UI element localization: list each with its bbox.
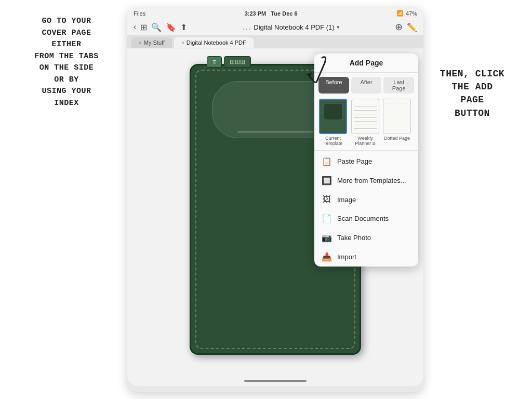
add-page-popup: Add Page Before After Last Page Current … [314,54,418,267]
menu-item-image[interactable]: 🖼 Image [314,190,418,209]
arrow-indicator [286,52,327,89]
popup-tab-after[interactable]: After [351,77,382,94]
scan-label: Scan Documents [337,215,389,222]
share-icon[interactable]: ⬆ [180,22,187,32]
popup-header: Add Page [314,54,418,73]
template-label-current: Current Template [318,136,348,146]
paste-icon: 📋 [322,156,332,166]
status-bar: Files 3:23 PM Tue Dec 6 📶 47% [127,8,423,19]
popup-divider-1 [314,150,418,151]
notebook-tab-lines[interactable]: ≡ [207,56,222,68]
add-page-button[interactable]: ⊕ [395,21,403,33]
search-icon[interactable]: 🔍 [151,22,162,32]
image-icon: 🖼 [322,195,332,204]
template-current[interactable]: Current Template [318,99,348,146]
import-icon: 📥 [322,252,332,262]
menu-item-templates[interactable]: 🔲 More from Templates... [314,171,418,190]
pencil-icon[interactable]: ✏️ [407,22,417,32]
image-label: Image [337,196,356,204]
templates-icon: 🔲 [322,176,332,185]
tabs-bar: × My Stuff × Digital Notebook 4 PDF [127,36,423,48]
home-bar [127,376,423,386]
document-title: Digital Notebook 4 PDF (1) [254,23,334,31]
notebook-tab-grid[interactable]: ⊞⊞⊞ [224,56,251,68]
files-link[interactable]: Files [134,10,145,17]
notebook-label-line [237,131,313,132]
tab-close-2[interactable]: × [181,40,184,46]
import-label: Import [337,253,356,261]
tab-close-1[interactable]: × [139,40,142,46]
home-indicator [244,380,307,382]
tab-notebook[interactable]: × Digital Notebook 4 PDF [174,37,254,48]
menu-item-paste[interactable]: 📋 Paste Page [314,152,418,171]
template-thumb-weekly [351,99,379,134]
menu-item-photo[interactable]: 📷 Take Photo [314,228,418,247]
template-dotted[interactable]: Dotted Page [383,99,411,146]
template-label-weekly: Weekly Planner B [351,136,380,146]
toolbar: ‹ ⊞ 🔍 🔖 ⬆ ... Digital Notebook 4 PDF (1)… [127,19,423,36]
back-button[interactable]: ‹ [134,22,136,32]
template-thumb-dotted [383,99,411,134]
photo-label: Take Photo [337,234,371,242]
camera-icon: 📷 [322,233,332,243]
templates-label: More from Templates... [337,177,406,184]
menu-item-scan[interactable]: 📄 Scan Documents [314,209,418,228]
left-instruction: GO TO YOUR COVER PAGE EITHER FROM THE TA… [9,16,124,109]
popup-templates: Current Template Weekly Planner B Dotted… [314,96,418,149]
template-thumb-current [319,99,347,134]
grid-view-icon[interactable]: ⊞ [140,22,147,32]
scan-icon: 📄 [322,214,332,223]
tab-label-2: Digital Notebook 4 PDF [187,39,246,46]
date-display: Tue Dec 6 [271,10,297,17]
popup-tab-buttons: Before After Last Page [314,73,418,96]
template-weekly[interactable]: Weekly Planner B [351,99,380,146]
toolbar-dots: ... [243,23,252,31]
title-chevron-icon[interactable]: ▾ [337,24,340,31]
menu-item-import[interactable]: 📥 Import [314,247,418,267]
right-instruction: THEN, CLICK THE ADD PAGE BUTTON [423,68,522,120]
battery-display: 47% [406,10,417,17]
tab-my-stuff[interactable]: × My Stuff [131,37,172,48]
time-display: 3:23 PM [245,10,267,17]
notebook-top-tabs: ≡ ⊞⊞⊞ [207,56,251,68]
popup-tab-last[interactable]: Last Page [383,77,414,94]
paste-label: Paste Page [337,157,372,165]
content-area: ≡ ⊞⊞⊞ Add Page Before [127,48,423,376]
template-label-dotted: Dotted Page [384,136,410,141]
tab-label-1: My Stuff [144,39,165,46]
bookmark-icon[interactable]: 🔖 [166,22,176,32]
ipad-frame: Files 3:23 PM Tue Dec 6 📶 47% ‹ ⊞ 🔍 🔖 ⬆ … [127,8,423,392]
wifi-icon: 📶 [396,10,404,17]
